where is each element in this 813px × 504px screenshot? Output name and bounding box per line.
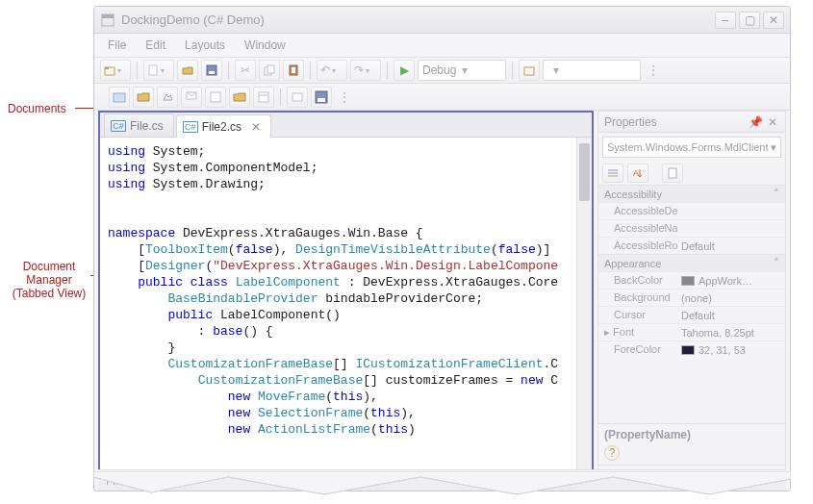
toolbar-separator xyxy=(387,62,388,79)
menu-window[interactable]: Window xyxy=(237,37,293,54)
annotation-docmgr: Document Manager (Tabbed View) xyxy=(5,260,93,300)
tool-btn-2[interactable] xyxy=(133,87,154,108)
svg-rect-19 xyxy=(318,98,325,102)
start-button[interactable]: ▶ xyxy=(394,60,415,81)
svg-text:A: A xyxy=(633,168,639,178)
cut-button[interactable]: ✂ xyxy=(235,60,256,81)
properties-page-button[interactable] xyxy=(662,164,683,183)
menu-layouts[interactable]: Layouts xyxy=(177,37,233,54)
open-button[interactable] xyxy=(177,60,198,81)
pin-icon[interactable]: 📌 xyxy=(749,115,762,129)
tool-btn-6[interactable] xyxy=(229,87,250,108)
toolbar-separator xyxy=(137,62,138,79)
document-tab-file2-cs[interactable]: C# File2.cs ✕ xyxy=(176,114,271,138)
toolbar-separator xyxy=(512,62,513,79)
annotation-documents: Documents xyxy=(8,102,66,115)
new-project-button[interactable]: ▾ xyxy=(100,60,131,81)
chevron-down-icon: ▾ xyxy=(771,141,776,154)
close-icon[interactable]: ✕ xyxy=(766,115,779,129)
svg-rect-4 xyxy=(149,65,157,75)
torn-edge xyxy=(93,471,791,498)
properties-header: Properties 📌 ✕ xyxy=(598,112,785,133)
collapse-icon: ˄ xyxy=(774,188,779,200)
property-category[interactable]: Appearance˄ xyxy=(598,254,785,271)
color-swatch xyxy=(681,276,695,286)
tool-btn-1[interactable] xyxy=(109,87,130,108)
svg-rect-10 xyxy=(292,67,295,73)
property-row[interactable]: CursorDefault xyxy=(598,306,785,323)
properties-object-combo[interactable]: System.Windows.Forms.MdiClient ▾ xyxy=(602,137,781,158)
code-content: using System; using System.ComponentMode… xyxy=(108,143,574,471)
app-icon xyxy=(100,13,115,28)
svg-rect-24 xyxy=(669,168,676,178)
csharp-file-icon: C# xyxy=(183,121,198,133)
svg-rect-6 xyxy=(209,71,215,74)
undo-button[interactable]: ↶▾ xyxy=(317,60,347,81)
tool-btn-5[interactable] xyxy=(205,87,226,108)
collapse-icon: ˄ xyxy=(774,257,779,269)
window-title: DockingDemo (C# Demo) xyxy=(121,13,712,27)
copy-button[interactable] xyxy=(259,60,280,81)
paste-button[interactable] xyxy=(283,60,304,81)
tab-close-icon[interactable]: ✕ xyxy=(251,120,261,134)
svg-rect-1 xyxy=(102,14,114,18)
property-row[interactable]: Background(none) xyxy=(598,289,785,306)
document-tabs: C# File.cs C# File2.cs ✕ xyxy=(100,113,592,138)
tool-btn-4[interactable] xyxy=(181,87,202,108)
annotation-docmgr-line1: Document Manager xyxy=(5,260,93,287)
tool-btn-3[interactable] xyxy=(157,87,178,108)
property-name-label: (PropertyName) xyxy=(604,428,779,441)
categorized-button[interactable] xyxy=(602,164,623,183)
find-button[interactable] xyxy=(519,60,540,81)
titlebar: DockingDemo (C# Demo) ‒ ▢ ✕ xyxy=(94,7,790,34)
find-combo[interactable]: ▾ xyxy=(543,60,641,81)
document-tab-file-cs[interactable]: C# File.cs xyxy=(104,113,174,137)
help-icon: ? xyxy=(604,445,620,461)
color-swatch xyxy=(681,345,695,355)
property-grid: Accessibility˄ AccessibleDe AccessibleNa… xyxy=(598,185,785,423)
toolbar-main: ▾ ▾ ✂ ↶▾ ↷▾ ▶ Debug▾ ▾ ⋮ xyxy=(94,57,790,84)
client-area: C# File.cs C# File2.cs ✕ using System; u… xyxy=(94,111,790,491)
config-combo[interactable]: Debug▾ xyxy=(418,60,506,81)
code-editor[interactable]: using System; using System.ComponentMode… xyxy=(100,138,592,489)
toolbar-overflow-icon[interactable]: ⋮ xyxy=(648,63,659,77)
tool-btn-7[interactable] xyxy=(253,87,274,108)
svg-rect-12 xyxy=(114,93,125,102)
property-row[interactable]: AccessibleRoDefault xyxy=(598,237,785,254)
scrollbar-thumb[interactable] xyxy=(579,143,590,201)
close-button[interactable]: ✕ xyxy=(763,12,784,29)
toolbar-separator xyxy=(280,88,281,106)
toolbar-separator xyxy=(228,62,229,79)
maximize-button[interactable]: ▢ xyxy=(739,12,760,29)
properties-title: Properties xyxy=(604,115,657,129)
property-description: (PropertyName) ? xyxy=(598,423,785,465)
property-category[interactable]: Accessibility˄ xyxy=(598,185,785,202)
tool-btn-9[interactable] xyxy=(311,87,332,108)
menu-edit[interactable]: Edit xyxy=(138,37,173,54)
menu-file[interactable]: File xyxy=(100,37,134,54)
annotation-docmgr-line2: (Tabbed View) xyxy=(5,287,93,300)
alphabetical-button[interactable]: A xyxy=(627,164,648,183)
minimize-button[interactable]: ‒ xyxy=(715,12,736,29)
menubar: File Edit Layouts Window xyxy=(94,34,790,57)
vertical-scrollbar[interactable] xyxy=(576,138,592,471)
combo-text: System.Windows.Forms.MdiClient xyxy=(607,141,768,153)
svg-rect-8 xyxy=(267,65,274,73)
tab-label: File.cs xyxy=(130,119,164,133)
property-row[interactable]: AccessibleDe xyxy=(598,202,785,219)
save-button[interactable] xyxy=(201,60,222,81)
svg-rect-14 xyxy=(211,92,220,102)
toolbar-overflow-icon[interactable]: ⋮ xyxy=(339,90,350,104)
redo-button[interactable]: ↷▾ xyxy=(350,60,381,81)
property-row[interactable]: ForeColor32, 31, 53 xyxy=(598,340,785,358)
document-manager: C# File.cs C# File2.cs ✕ using System; u… xyxy=(98,111,594,491)
tool-btn-8[interactable] xyxy=(287,87,308,108)
window: DockingDemo (C# Demo) ‒ ▢ ✕ File Edit La… xyxy=(93,6,791,491)
property-row[interactable]: ▸ FontTahoma, 8.25pt xyxy=(598,323,785,340)
svg-rect-15 xyxy=(259,92,268,102)
csharp-file-icon: C# xyxy=(111,120,126,132)
add-item-button[interactable]: ▾ xyxy=(143,60,174,81)
svg-rect-17 xyxy=(292,93,302,101)
property-row[interactable]: BackColorAppWork… xyxy=(598,271,785,289)
property-row[interactable]: AccessibleNa xyxy=(598,219,785,237)
